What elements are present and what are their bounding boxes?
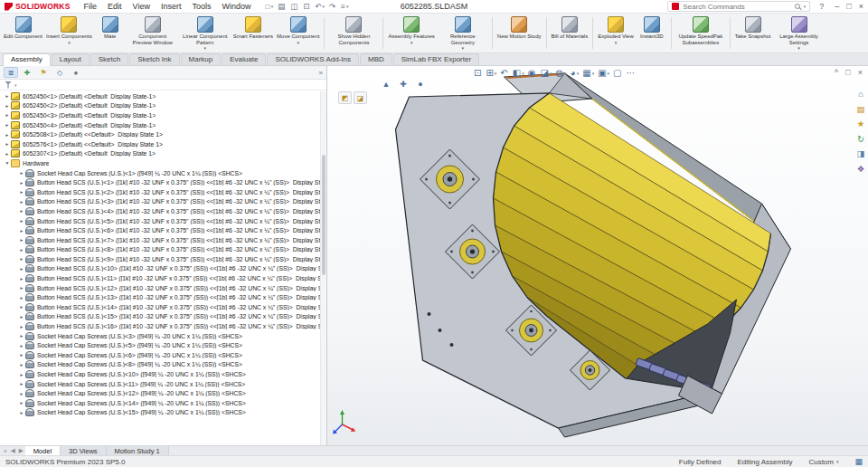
view-tool-button[interactable]: ⊡ bbox=[474, 68, 482, 78]
expand-chevron[interactable]: ▸ bbox=[18, 295, 25, 300]
viewport-control-icon[interactable]: × bbox=[858, 68, 863, 77]
filter-caret[interactable]: ▾ bbox=[14, 82, 17, 88]
command-tab[interactable]: Markup bbox=[181, 53, 222, 65]
ribbon-button[interactable] bbox=[730, 17, 731, 49]
ribbon-button[interactable]: New Motion Study bbox=[495, 14, 543, 52]
tree-row[interactable]: ▸ Socket Head Cap Screws (U.S.)<14> ([94… bbox=[0, 398, 326, 408]
tree-row[interactable]: ▸ Socket Head Cap Screws (U.S.)<1> ([949… bbox=[0, 168, 326, 178]
featuremanager-tab[interactable]: ✚ bbox=[20, 67, 34, 78]
ribbon-button[interactable]: Reference Geometry ▾ bbox=[437, 14, 489, 52]
tree-row[interactable]: ▸ Button Head SCS (U.S.)<10> ([1k] #10 -… bbox=[0, 264, 326, 274]
view-tool-button[interactable]: ⋯ bbox=[627, 68, 637, 78]
expand-chevron[interactable]: ▸ bbox=[18, 218, 25, 224]
command-tab[interactable]: SimLab FBX Exporter bbox=[393, 53, 479, 65]
expand-chevron[interactable]: ▸ bbox=[18, 189, 25, 195]
ribbon-button[interactable]: Show Hidden Components bbox=[327, 14, 380, 52]
menu-item[interactable]: File bbox=[79, 1, 103, 12]
menu-item[interactable]: Window bbox=[216, 1, 256, 12]
quick-toolbar-icon[interactable]: ◫ bbox=[288, 2, 300, 11]
tree-row[interactable]: ▸ Button Head SCS (U.S.)<6> ([1k] #10 -3… bbox=[0, 225, 326, 235]
expand-chevron[interactable]: ▸ bbox=[18, 228, 25, 234]
expand-chevron[interactable]: ▸ bbox=[4, 141, 11, 147]
mini-toolbar-button[interactable]: ◩ bbox=[338, 91, 352, 104]
scrollbar-thumb[interactable] bbox=[322, 155, 326, 275]
ribbon-button[interactable]: Linear Component Pattern ▾ bbox=[179, 14, 231, 52]
ribbon-button[interactable]: Instant3D bbox=[636, 14, 668, 52]
expand-chevron[interactable]: ▸ bbox=[18, 237, 25, 243]
viewport-quick-icon[interactable]: ▲ bbox=[380, 78, 392, 90]
graphics-area[interactable]: ⊡ ⊞ ▾ ↶ ◧ ▾ ◉ ◪ bbox=[327, 66, 868, 445]
expand-chevron[interactable]: ▸ bbox=[4, 93, 11, 99]
view-tool-button[interactable]: ◧ ▾ bbox=[513, 68, 524, 78]
ribbon-button[interactable]: Update SpeedPak Subassemblies bbox=[675, 14, 727, 52]
document-tab[interactable]: Motion Study 1 bbox=[107, 446, 169, 455]
ribbon-button[interactable] bbox=[382, 17, 383, 49]
task-pane-icon[interactable]: ▤ bbox=[857, 105, 865, 114]
expand-chevron[interactable]: ▸ bbox=[4, 151, 11, 157]
search-icon[interactable] bbox=[795, 4, 800, 9]
search-box[interactable]: ▾ bbox=[667, 1, 810, 12]
viewport-control-icon[interactable]: ^ bbox=[835, 68, 838, 77]
ribbon-button[interactable]: Smart Fasteners bbox=[231, 14, 275, 52]
task-pane-icon[interactable]: ↻ bbox=[857, 135, 864, 144]
expand-chevron[interactable]: ▸ bbox=[18, 285, 25, 291]
tree-scrollbar[interactable] bbox=[320, 91, 326, 445]
units-selector[interactable]: Custom ▾ bbox=[808, 458, 838, 466]
ribbon-button[interactable] bbox=[324, 17, 325, 49]
quick-toolbar-icon[interactable]: ▤ bbox=[276, 2, 288, 11]
view-tool-button[interactable]: ↶ bbox=[500, 68, 508, 78]
quick-toolbar-icon[interactable]: ↷ bbox=[327, 2, 338, 11]
tree-row[interactable]: ▸ 6052450<4> (Default) <Default_Display … bbox=[0, 120, 326, 130]
expand-chevron[interactable]: ▸ bbox=[18, 276, 25, 281]
command-tab[interactable]: Sketch bbox=[90, 53, 128, 65]
ribbon-button[interactable] bbox=[492, 17, 493, 49]
ribbon-button[interactable]: Component Preview Window bbox=[127, 14, 179, 52]
command-tab[interactable]: MBD bbox=[360, 53, 392, 65]
expand-chevron[interactable]: ▸ bbox=[18, 391, 25, 396]
command-tab[interactable]: SOLIDWORKS Add-Ins bbox=[267, 53, 359, 65]
tree-row[interactable]: ▸ Button Head SCS (U.S.)<9> ([1k] #10 -3… bbox=[0, 254, 326, 264]
tree-row[interactable]: ▸ Socket Head Cap Screws (U.S.)<12> ([94… bbox=[0, 388, 326, 398]
tree-row[interactable]: ▸ 6052307<1> (Default) <Default_Display … bbox=[0, 149, 326, 159]
filter-funnel-icon[interactable] bbox=[5, 81, 12, 89]
tree-row[interactable]: ▸ Button Head SCS (U.S.)<14> ([1k] #10 -… bbox=[0, 302, 326, 312]
view-tool-button[interactable]: ▢ bbox=[613, 68, 622, 78]
expand-chevron[interactable]: ▸ bbox=[18, 362, 25, 367]
expand-chevron[interactable]: ▸ bbox=[4, 103, 11, 109]
featuremanager-tab[interactable]: ● bbox=[69, 67, 83, 78]
tree-row[interactable]: ▸ Button Head SCS (U.S.)<13> ([1k] #10 -… bbox=[0, 292, 326, 302]
ribbon-button[interactable]: Assembly Features ▾ bbox=[386, 14, 436, 52]
tree-row[interactable]: ▸ 6052450<2> (Default) <Default_Display … bbox=[0, 101, 326, 111]
expand-chevron[interactable]: ▸ bbox=[18, 304, 25, 310]
document-tab[interactable]: Model bbox=[25, 446, 61, 455]
expand-chevron[interactable]: ▸ bbox=[18, 208, 25, 214]
tree-row[interactable]: ▸ Socket Head Cap Screws (U.S.)<5> ([949… bbox=[0, 340, 326, 350]
tree-row[interactable]: ▸ 6052508<1> (Default) <<Default>_Displa… bbox=[0, 129, 326, 139]
expand-chevron[interactable]: ▸ bbox=[18, 266, 25, 272]
command-tab[interactable]: Evaluate bbox=[222, 53, 266, 65]
ribbon-button[interactable]: Large Assembly Settings ▾ bbox=[773, 14, 826, 52]
tree-row[interactable]: ▸ Button Head SCS (U.S.)<7> ([1k] #10 -3… bbox=[0, 235, 326, 245]
view-tool-button[interactable]: ⊞ ▾ bbox=[486, 68, 496, 78]
task-pane-icon[interactable]: ★ bbox=[857, 119, 865, 129]
expand-chevron[interactable]: ▸ bbox=[4, 132, 11, 138]
tree-row[interactable]: ▾ Hardware bbox=[0, 158, 326, 168]
view-tool-button[interactable]: ◍ ▾ bbox=[555, 68, 566, 78]
quick-toolbar-icon[interactable]: □▾ bbox=[264, 2, 276, 11]
tree-row[interactable]: ▸ Socket Head Cap Screws (U.S.)<3> ([949… bbox=[0, 331, 326, 341]
viewport-quick-icon[interactable]: ✚ bbox=[397, 78, 410, 90]
expand-chevron[interactable]: ▸ bbox=[4, 112, 11, 118]
ribbon-button[interactable] bbox=[671, 17, 672, 49]
ribbon-button[interactable]: Mate bbox=[94, 14, 127, 52]
expand-chevron[interactable]: ▾ bbox=[4, 160, 11, 166]
tree-row[interactable]: ▸ Button Head SCS (U.S.)<8> ([1k] #10 -3… bbox=[0, 245, 326, 255]
view-tool-button[interactable]: ◪ ▾ bbox=[540, 68, 552, 78]
maximize-button[interactable]: □ bbox=[846, 2, 851, 11]
viewport-control-icon[interactable]: □ bbox=[845, 68, 850, 77]
expand-chevron[interactable]: ▸ bbox=[18, 170, 25, 176]
expand-chevron[interactable]: ▸ bbox=[18, 343, 25, 348]
expand-chevron[interactable]: ▸ bbox=[18, 410, 25, 415]
ribbon-button[interactable] bbox=[546, 17, 547, 49]
quick-toolbar-icon[interactable]: ≡▾ bbox=[339, 2, 350, 11]
view-tool-button[interactable]: ▦ ▾ bbox=[582, 68, 594, 78]
